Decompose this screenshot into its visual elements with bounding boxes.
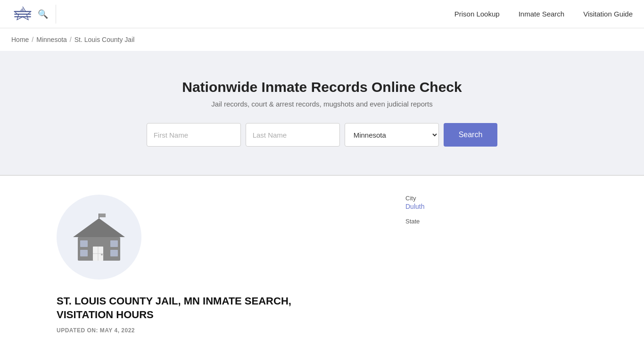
city-field: City Duluth [405,195,509,210]
svg-marker-5 [73,218,125,237]
nav-prison-lookup[interactable]: Prison Lookup [454,10,500,18]
breadcrumb-sep1: / [32,36,33,43]
svg-rect-12 [110,250,118,256]
breadcrumb-sep2: / [70,36,72,43]
hero-subtitle: Jail records, court & arrest records, mu… [11,100,633,108]
breadcrumb-state[interactable]: Minnesota [36,36,67,43]
main-nav: Prison Lookup Inmate Search Visitation G… [454,10,633,18]
svg-rect-7 [99,214,106,217]
breadcrumb-home[interactable]: Home [11,36,29,43]
hero-section: Nationwide Inmate Records Online Check J… [0,51,644,175]
jail-title: ST. LOUIS COUNTY JAIL, MN INMATE SEARCH,… [57,295,377,321]
main-content: ST. LOUIS COUNTY JAIL, MN INMATE SEARCH,… [0,176,644,354]
search-icon-header[interactable]: 🔍 [38,9,48,19]
city-value[interactable]: Duluth [405,203,509,210]
search-button[interactable]: Search [444,123,498,147]
svg-rect-11 [110,240,118,247]
breadcrumb: Home / Minnesota / St. Louis County Jail [0,28,644,51]
jail-building-icon [68,211,130,263]
search-form: AlabamaAlaskaArizonaArkansasCaliforniaCo… [11,123,633,147]
right-column: City Duluth State [405,195,509,336]
state-field: State [405,218,509,225]
logo-area: 🔍 [11,5,56,24]
nav-visitation-guide[interactable]: Visitation Guide [583,10,633,18]
site-header: 🔍 Prison Lookup Inmate Search Visitation… [0,0,644,28]
jail-icon-container [57,195,141,280]
svg-rect-10 [80,250,88,256]
nav-inmate-search[interactable]: Inmate Search [519,10,565,18]
left-column: ST. LOUIS COUNTY JAIL, MN INMATE SEARCH,… [57,195,377,336]
updated-date: UPDATED ON: MAY 4, 2022 [57,327,377,334]
state-label: State [405,218,509,225]
last-name-input[interactable] [246,123,340,147]
first-name-input[interactable] [147,123,241,147]
site-logo [11,5,34,24]
svg-rect-9 [80,240,88,247]
hero-title: Nationwide Inmate Records Online Check [11,79,633,95]
state-select[interactable]: AlabamaAlaskaArizonaArkansasCaliforniaCo… [345,123,439,147]
city-label: City [405,195,509,202]
breadcrumb-jail: St. Louis County Jail [74,36,135,43]
svg-point-13 [101,254,103,255]
